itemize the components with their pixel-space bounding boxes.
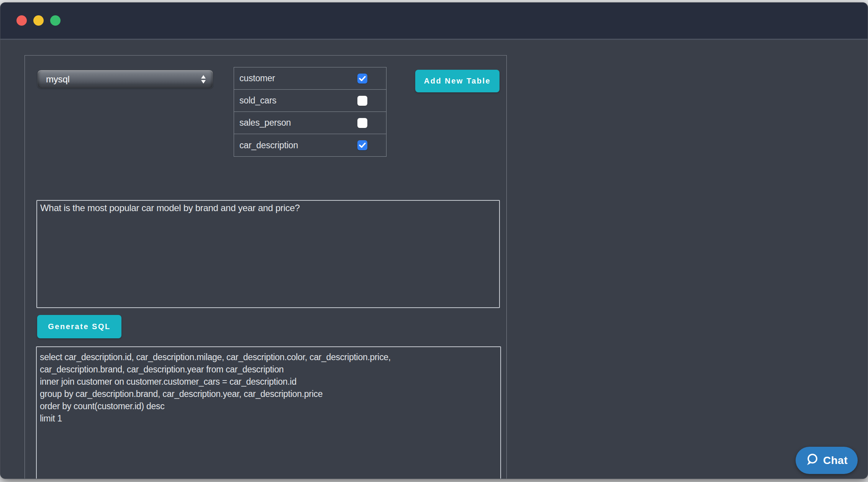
question-input[interactable]: What is the most popular car model by br… — [36, 200, 500, 308]
database-select-value: mysql — [46, 74, 201, 85]
table-name: sales_person — [239, 118, 357, 128]
chat-button-label: Chat — [823, 454, 848, 467]
table-name: customer — [239, 73, 357, 84]
main-content: mysql customer sold_cars — [0, 41, 868, 479]
sql-output[interactable]: select car_description.id, car_descripti… — [36, 346, 501, 479]
table-row[interactable]: sold_cars — [234, 90, 386, 112]
chat-bubble-icon — [805, 453, 819, 468]
titlebar — [0, 3, 868, 40]
query-builder-panel: mysql customer sold_cars — [25, 55, 507, 479]
zoom-button[interactable] — [50, 15, 61, 26]
table-name: car_description — [239, 140, 357, 151]
app-window: mysql customer sold_cars — [0, 2, 868, 479]
close-button[interactable] — [16, 15, 27, 26]
table-checkbox[interactable] — [357, 74, 367, 84]
table-checkbox[interactable] — [357, 118, 367, 128]
chat-button[interactable]: Chat — [796, 447, 858, 474]
table-list: customer sold_cars sales_person — [234, 67, 387, 157]
minimize-button[interactable] — [33, 15, 44, 26]
table-checkbox[interactable] — [357, 140, 367, 150]
table-checkbox[interactable] — [357, 96, 367, 106]
generate-sql-button[interactable]: Generate SQL — [37, 315, 121, 338]
database-select[interactable]: mysql — [37, 70, 213, 89]
table-row[interactable]: sales_person — [234, 112, 386, 134]
select-spinner-icon — [201, 75, 206, 84]
add-new-table-button[interactable]: Add New Table — [415, 70, 500, 92]
table-row[interactable]: customer — [234, 67, 386, 90]
table-row[interactable]: car_description — [234, 134, 386, 156]
table-name: sold_cars — [239, 95, 357, 106]
